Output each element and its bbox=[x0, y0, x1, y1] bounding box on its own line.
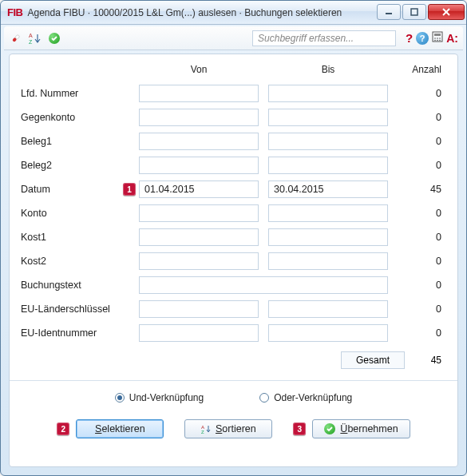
row-count: 0 bbox=[388, 232, 446, 243]
field-10-von[interactable] bbox=[139, 324, 259, 342]
svg-rect-9 bbox=[434, 34, 441, 36]
field-10-bis[interactable] bbox=[268, 324, 388, 342]
maximize-button[interactable] bbox=[402, 4, 426, 20]
header-bis: Bis bbox=[268, 64, 388, 78]
total-label: Gesamt bbox=[341, 351, 405, 369]
row-label: Kost2 bbox=[21, 256, 123, 267]
callout-1: 1 bbox=[123, 183, 136, 196]
field-2-von[interactable] bbox=[139, 133, 259, 150]
svg-text:A: A bbox=[29, 33, 33, 38]
row-label: Buchungstext bbox=[21, 280, 123, 291]
field-3-von[interactable] bbox=[139, 157, 259, 174]
window-title: Agenda FIBU · 10000/2015 L&L Gm(...) aus… bbox=[27, 7, 375, 18]
confirm-icon[interactable] bbox=[47, 31, 61, 46]
svg-point-12 bbox=[439, 38, 441, 39]
sortieren-button[interactable]: AZ Sortieren bbox=[184, 419, 272, 438]
field-0-bis[interactable] bbox=[268, 85, 388, 102]
field-4-von[interactable] bbox=[139, 180, 259, 198]
radio-oder[interactable]: Oder-Verknüpfung bbox=[259, 392, 352, 403]
sort-az-icon[interactable]: AZ bbox=[28, 31, 42, 46]
check-icon bbox=[324, 423, 335, 434]
total-row: Gesamt45 bbox=[21, 351, 446, 369]
selektieren-button[interactable]: Selektieren bbox=[76, 419, 164, 438]
callout-2: 2 bbox=[57, 422, 69, 435]
field-9-von[interactable] bbox=[139, 300, 259, 318]
radio-und-label: Und-Verknüpfung bbox=[129, 392, 204, 403]
row-label: Beleg2 bbox=[21, 160, 123, 171]
row-count: 0 bbox=[388, 303, 446, 315]
radio-oder-label: Oder-Verknüpfung bbox=[274, 392, 352, 403]
search-input[interactable]: Suchbegriff erfassen... bbox=[252, 30, 396, 46]
svg-point-10 bbox=[434, 38, 436, 39]
svg-point-15 bbox=[439, 40, 441, 42]
field-5-von[interactable] bbox=[139, 204, 259, 222]
field-1-von[interactable] bbox=[139, 109, 259, 126]
row-label: Beleg1 bbox=[21, 136, 123, 147]
row-label: Gegenkonto bbox=[21, 112, 123, 123]
field-8-text[interactable] bbox=[139, 276, 388, 294]
calculator-icon[interactable] bbox=[432, 31, 443, 45]
row-label: EU-Länderschlüssel bbox=[21, 303, 123, 315]
total-value: 45 bbox=[405, 355, 446, 366]
link-mode-group: Und-Verknüpfung Oder-Verknüpfung bbox=[21, 381, 446, 408]
field-6-bis[interactable] bbox=[268, 228, 388, 246]
close-button[interactable] bbox=[428, 4, 465, 20]
pill-icon[interactable] bbox=[9, 31, 23, 46]
uebernehmen-button[interactable]: Übernehmen bbox=[312, 419, 410, 438]
help-icon[interactable]: ? bbox=[406, 31, 413, 45]
row-count: 0 bbox=[388, 88, 446, 99]
svg-text:Z: Z bbox=[29, 39, 33, 45]
field-5-bis[interactable] bbox=[268, 204, 388, 222]
titlebar: FIB Agenda FIBU · 10000/2015 L&L Gm(...)… bbox=[1, 1, 466, 25]
svg-point-14 bbox=[437, 40, 438, 42]
field-3-bis[interactable] bbox=[268, 157, 388, 174]
row-count: 0 bbox=[388, 112, 446, 123]
field-7-von[interactable] bbox=[139, 252, 259, 270]
row-count: 0 bbox=[388, 327, 446, 339]
filter-grid: Von Bis Anzahl Lfd. Nummer0Gegenkonto0Be… bbox=[21, 64, 446, 369]
radio-und[interactable]: Und-Verknüpfung bbox=[115, 392, 204, 403]
field-7-bis[interactable] bbox=[268, 252, 388, 270]
field-1-bis[interactable] bbox=[268, 109, 388, 126]
field-6-von[interactable] bbox=[139, 228, 259, 246]
window-frame: FIB Agenda FIBU · 10000/2015 L&L Gm(...)… bbox=[0, 0, 467, 476]
row-label: Datum bbox=[21, 184, 123, 195]
field-0-von[interactable] bbox=[139, 85, 259, 102]
window-controls bbox=[375, 4, 465, 22]
field-9-bis[interactable] bbox=[268, 300, 388, 318]
svg-point-11 bbox=[437, 38, 438, 39]
minimize-button[interactable] bbox=[377, 4, 401, 20]
radio-dot-icon bbox=[115, 393, 125, 403]
header-von: Von bbox=[139, 64, 259, 78]
row-count: 45 bbox=[388, 184, 446, 195]
row-label: Kost1 bbox=[21, 232, 123, 243]
radio-dot-icon bbox=[259, 393, 269, 403]
toolbar: AZ Suchbegriff erfassen... ? ? A: bbox=[4, 26, 463, 50]
search-placeholder: Suchbegriff erfassen... bbox=[258, 33, 354, 44]
row-label: EU-Identnummer bbox=[21, 327, 123, 339]
row-label: Konto bbox=[21, 208, 123, 219]
info-icon[interactable]: ? bbox=[416, 32, 429, 45]
red-a-icon[interactable]: A: bbox=[446, 32, 458, 45]
row-count: 0 bbox=[388, 160, 446, 171]
field-4-bis[interactable] bbox=[268, 180, 388, 198]
row-label: Lfd. Nummer bbox=[21, 88, 123, 99]
content-panel: Von Bis Anzahl Lfd. Nummer0Gegenkonto0Be… bbox=[9, 54, 458, 467]
app-icon: FIB bbox=[7, 6, 22, 18]
row-count: 0 bbox=[388, 256, 446, 267]
svg-rect-1 bbox=[411, 9, 418, 15]
callout-3: 3 bbox=[293, 422, 306, 435]
sort-icon: AZ bbox=[201, 424, 211, 434]
svg-text:Z: Z bbox=[201, 430, 204, 434]
row-count: 0 bbox=[388, 280, 446, 291]
svg-point-13 bbox=[434, 40, 436, 42]
button-row: 2 Selektieren AZ Sortieren 3 Übernehmen bbox=[21, 408, 446, 438]
row-count: 0 bbox=[388, 136, 446, 147]
field-2-bis[interactable] bbox=[268, 133, 388, 150]
header-anzahl: Anzahl bbox=[388, 64, 446, 78]
row-count: 0 bbox=[388, 208, 446, 219]
